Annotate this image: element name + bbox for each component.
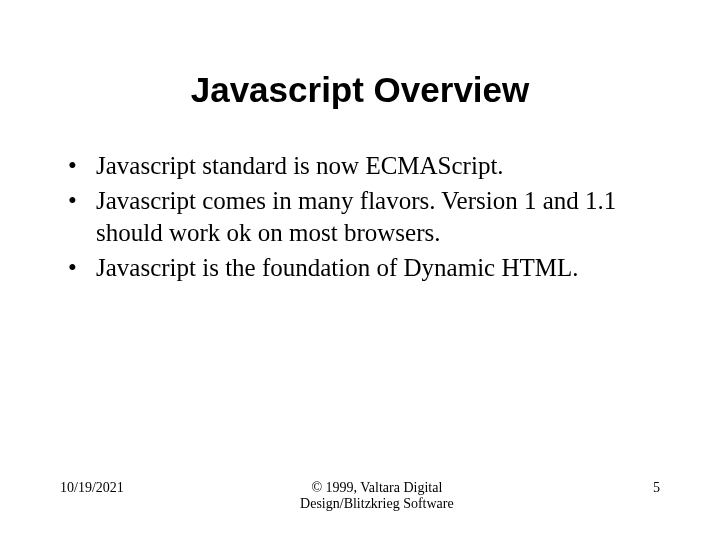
bullet-list: Javascript standard is now ECMAScript. J… (60, 150, 660, 283)
list-item: Javascript standard is now ECMAScript. (68, 150, 660, 181)
list-item: Javascript is the foundation of Dynamic … (68, 252, 660, 283)
slide-footer: 10/19/2021 © 1999, Valtara Digital Desig… (60, 480, 660, 512)
footer-page-number: 5 (630, 480, 660, 496)
slide-title: Javascript Overview (60, 70, 660, 110)
footer-copyright: © 1999, Valtara Digital Design/Blitzkrie… (124, 480, 630, 512)
slide: Javascript Overview Javascript standard … (0, 0, 720, 540)
list-item: Javascript comes in many flavors. Versio… (68, 185, 660, 248)
footer-date: 10/19/2021 (60, 480, 124, 496)
